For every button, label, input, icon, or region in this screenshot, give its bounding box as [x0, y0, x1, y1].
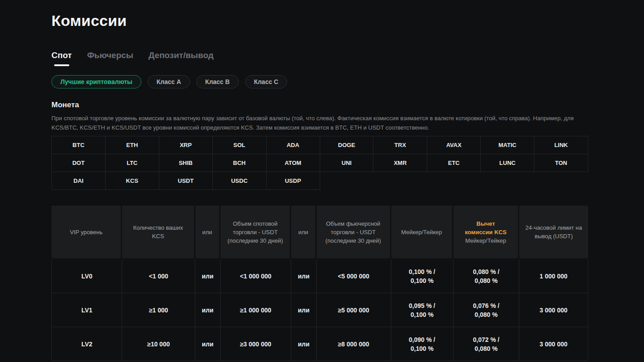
filter-chip-class-a[interactable]: Класс A	[148, 75, 190, 88]
fee-row-lv0: LV0<1 000или<1 000 000или<5 000 0000,100…	[51, 259, 588, 293]
coin-grid: BTCETHXRPSOLADADOGETRXAVAXMATICLINKDOTLT…	[51, 136, 588, 190]
fee-cell: <5 000 000	[317, 259, 391, 293]
fee-header-connector: или	[291, 206, 316, 258]
fee-header-label: Мейкер/Тейкер	[401, 228, 442, 236]
tab-spot[interactable]: Спот	[51, 51, 72, 66]
fee-cell: 0,095 % / 0,100 %	[391, 293, 453, 327]
coin-cell-kcs[interactable]: KCS	[106, 172, 159, 190]
filter-chips: Лучшие криптовалютыКласс AКласс BКласс C	[51, 75, 588, 88]
fee-cell: <1 000 000	[220, 259, 291, 293]
fee-cell: 0,080 % / 0,080 %	[453, 259, 520, 293]
coin-cell-dot[interactable]: DOT	[52, 154, 106, 172]
fee-table: VIP уровеньКоличество ваших KCSилиОбъем …	[51, 206, 588, 361]
fee-cell: ≥8 000 000	[317, 327, 391, 361]
fee-cell: 0,090 % / 0,100 %	[391, 327, 453, 361]
fee-cell: или	[291, 327, 316, 361]
fee-table-header: VIP уровеньКоличество ваших KCSилиОбъем …	[51, 206, 588, 258]
fee-header-cell-0: VIP уровень	[51, 206, 122, 258]
fee-cell: или	[291, 259, 316, 293]
coin-cell-atom[interactable]: ATOM	[267, 154, 320, 172]
coin-cell-usdp[interactable]: USDP	[267, 172, 320, 190]
fee-header-cell-3: Объем спотовой торговли - USDT (последни…	[220, 206, 291, 258]
active-tab-underline	[102, 64, 118, 66]
coin-cell-dai[interactable]: DAI	[52, 172, 106, 190]
fee-cell: <1 000	[122, 259, 195, 293]
fee-header-label: Объем фьючерсной торговли - USDT (послед…	[321, 219, 386, 245]
coin-cell-usdc[interactable]: USDC	[213, 172, 267, 190]
coin-cell-etc[interactable]: ETC	[427, 154, 481, 172]
fee-header-cell-8: 24-часовой лимит на вывод (USDT)	[519, 206, 588, 258]
fee-header-label: Объем спотовой торговли - USDT (последни…	[225, 219, 285, 245]
fee-header-cell-1: Количество ваших KCS	[122, 206, 195, 258]
active-tab-underline	[174, 64, 189, 66]
fee-header-label: или	[202, 228, 212, 236]
tab-deposit-withdrawal[interactable]: Депозит/вывод	[148, 51, 214, 66]
active-tab-underline	[54, 64, 69, 66]
filter-chip-class-b[interactable]: Класс B	[196, 75, 239, 88]
tab-label: Депозит/вывод	[148, 51, 214, 60]
fee-cell: 0,100 % / 0,100 %	[391, 259, 453, 293]
fee-cell: LV1	[51, 293, 122, 327]
coin-cell-lunc[interactable]: LUNC	[481, 154, 534, 172]
fee-table-body: LV0<1 000или<1 000 000или<5 000 0000,100…	[51, 259, 588, 361]
fee-header-cell-7: Вычет комиссии KCSМейкер/Тейкер	[453, 206, 520, 258]
coin-cell-doge[interactable]: DOGE	[320, 136, 374, 154]
fee-header-label: Количество ваших KCS	[127, 223, 189, 240]
fee-cell: 3 000 000	[519, 293, 588, 327]
page-title: Комиссии	[51, 0, 588, 29]
fee-cell: или	[195, 259, 220, 293]
fee-cell: или	[291, 293, 316, 327]
coin-cell-xmr[interactable]: XMR	[373, 154, 427, 172]
fee-cell: ≥1 000 000	[220, 293, 291, 327]
fee-header-connector: или	[195, 206, 220, 258]
fee-row-lv1: LV1≥1 000или≥1 000 000или≥5 000 0000,095…	[51, 293, 588, 327]
tab-futures[interactable]: Фьючерсы	[87, 51, 133, 66]
coin-cell-ada[interactable]: ADA	[267, 136, 320, 154]
tab-bar: СпотФьючерсыДепозит/вывод	[51, 51, 588, 66]
fee-header-label: 24-часовой лимит на вывод (USDT)	[524, 223, 584, 240]
filter-chip-top-crypto[interactable]: Лучшие криптовалюты	[51, 75, 141, 88]
fee-cell: ≥10 000	[122, 327, 195, 361]
fee-cell: или	[195, 327, 220, 361]
coin-cell-uni[interactable]: UNI	[320, 154, 374, 172]
fee-cell: 3 000 000	[519, 327, 588, 361]
fee-header-label: Мейкер/Тейкер	[465, 236, 506, 245]
fee-cell: LV2	[51, 327, 122, 361]
coin-cell-btc[interactable]: BTC	[52, 136, 106, 154]
coin-cell-eth[interactable]: ETH	[106, 136, 159, 154]
section-title: Монета	[51, 100, 588, 110]
coin-cell-usdt[interactable]: USDT	[159, 172, 213, 190]
fee-header-label: VIP уровень	[70, 228, 102, 236]
fee-cell: 1 000 000	[519, 259, 588, 293]
fee-cell: или	[195, 293, 220, 327]
fee-cell: 0,076 % / 0,080 %	[453, 293, 520, 327]
coin-cell-ltc[interactable]: LTC	[106, 154, 159, 172]
coin-cell-avax[interactable]: AVAX	[427, 136, 481, 154]
tab-label: Фьючерсы	[87, 51, 133, 60]
coin-cell-sol[interactable]: SOL	[213, 136, 267, 154]
coin-cell-ton[interactable]: TON	[534, 154, 588, 172]
fee-cell: ≥1 000	[122, 293, 195, 327]
fee-header-cell-5: Объем фьючерсной торговли - USDT (послед…	[317, 206, 391, 258]
coin-cell-matic[interactable]: MATIC	[481, 136, 534, 154]
coin-cell-shib[interactable]: SHIB	[159, 154, 213, 172]
filter-chip-class-c[interactable]: Класс C	[245, 75, 288, 88]
section-description: При спотовой торговле уровень комиссии з…	[51, 114, 588, 132]
fee-cell: LV0	[51, 259, 122, 293]
fee-cell: ≥5 000 000	[317, 293, 391, 327]
fee-cell: ≥3 000 000	[220, 327, 291, 361]
fees-page: Комиссии СпотФьючерсыДепозит/вывод Лучши…	[51, 0, 588, 361]
coin-cell-bch[interactable]: BCH	[213, 154, 267, 172]
fee-header-label: или	[298, 228, 308, 236]
coin-cell-trx[interactable]: TRX	[373, 136, 427, 154]
fee-row-lv2: LV2≥10 000или≥3 000 000или≥8 000 0000,09…	[51, 327, 588, 361]
fee-cell: 0,072 % / 0,080 %	[453, 327, 520, 361]
coin-cell-link[interactable]: LINK	[534, 136, 588, 154]
coin-cell-xrp[interactable]: XRP	[159, 136, 213, 154]
fee-header-cell-6: Мейкер/Тейкер	[391, 206, 453, 258]
tab-label: Спот	[51, 51, 72, 60]
fee-header-highlight: Вычет комиссии KCS	[465, 219, 506, 236]
